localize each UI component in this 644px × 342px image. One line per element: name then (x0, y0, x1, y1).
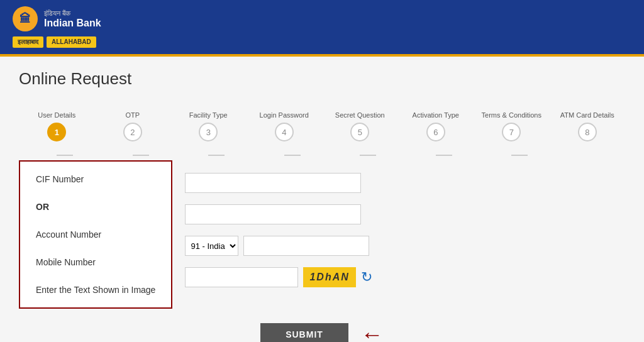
step-label-5: Secret Question (335, 101, 385, 119)
arrow-icon: ← (361, 321, 384, 342)
bank-name-container: इंडियन बैंक Indian Bank (44, 9, 101, 29)
step-3: Facility Type3 (170, 101, 247, 141)
step-label-8: ATM Card Details (560, 101, 614, 119)
step-6: Activation Type6 (398, 101, 474, 141)
step-circle-1[interactable]: 1 (47, 123, 66, 141)
mobile-row: 91 - India (185, 236, 625, 256)
page-title: Online Request (19, 69, 625, 89)
step-label-3: Facility Type (189, 101, 228, 119)
account-label: Account Number (36, 229, 155, 240)
content-area: Online Request User Details1OTP2Facility… (0, 57, 644, 342)
header: 🏛 इंडियन बैंक Indian Bank इलाहाबाद ALLAH… (0, 0, 644, 57)
branch-tab-english[interactable]: ALLAHABAD (47, 36, 96, 48)
mobile-input[interactable] (243, 236, 369, 256)
cif-label: CIF Number (36, 174, 155, 184)
step-line-3 (208, 155, 225, 156)
submit-area: SUBMIT ← (19, 321, 625, 342)
step-circle-5[interactable]: 5 (350, 123, 369, 141)
step-8: ATM Card Details8 (550, 101, 626, 141)
account-row (185, 204, 625, 224)
mobile-label: Mobile Number (36, 257, 155, 267)
bank-logo-icon: 🏛 (13, 6, 38, 31)
header-left: 🏛 इंडियन बैंक Indian Bank इलाहाबाद ALLAH… (13, 6, 101, 48)
branch-tab-hindi[interactable]: इलाहाबाद (13, 36, 43, 48)
step-line-6 (436, 155, 452, 156)
account-input[interactable] (185, 204, 361, 224)
captcha-input[interactable] (185, 267, 298, 287)
step-circle-2[interactable]: 2 (123, 123, 142, 141)
step-1: User Details1 (19, 101, 95, 141)
captcha-label: Enter the Text Shown in Image (36, 285, 155, 295)
step-circle-4[interactable]: 4 (275, 123, 294, 141)
step-line-2 (133, 155, 149, 156)
refresh-icon[interactable]: ↻ (361, 269, 372, 285)
captcha-image: 1DhAN (303, 267, 355, 287)
step-label-6: Activation Type (413, 101, 459, 119)
step-circle-3[interactable]: 3 (199, 123, 218, 141)
step-label-7: Terms & Conditions (482, 101, 541, 119)
step-7: Terms & Conditions7 (474, 101, 550, 141)
step-2: OTP2 (95, 101, 171, 141)
step-line-1 (57, 155, 73, 156)
step-4: Login Password4 (247, 101, 323, 141)
step-line-5 (360, 155, 376, 156)
step-label-2: OTP (125, 101, 140, 119)
steps-container: User Details1OTP2Facility Type3Login Pas… (19, 101, 625, 141)
country-code-select[interactable]: 91 - India (185, 236, 238, 256)
step-label-4: Login Password (260, 101, 309, 119)
step-circle-8[interactable]: 8 (578, 123, 597, 141)
step-line-4 (284, 155, 301, 156)
bank-name-hindi: इंडियन बैंक (44, 9, 101, 18)
step-label-1: User Details (38, 101, 75, 119)
submit-button[interactable]: SUBMIT (260, 323, 348, 342)
step-5: Secret Question5 (322, 101, 398, 141)
captcha-row: 1DhAN ↻ (185, 267, 625, 287)
branch-tabs: इलाहाबाद ALLAHABAD (13, 36, 101, 48)
step-line-7 (511, 155, 528, 156)
form-area: CIF Number OR Account Number Mobile Numb… (19, 160, 625, 309)
step-circle-7[interactable]: 7 (502, 123, 521, 141)
step-circle-6[interactable]: 6 (426, 123, 445, 141)
cif-input[interactable] (185, 173, 361, 193)
form-labels: CIF Number OR Account Number Mobile Numb… (19, 160, 172, 309)
header-top-row: 🏛 इंडियन बैंक Indian Bank (13, 6, 101, 31)
cif-row (185, 173, 625, 193)
form-inputs: 91 - India 1DhAN ↻ (185, 160, 625, 299)
bank-name-english: Indian Bank (44, 18, 101, 29)
or-label: OR (36, 202, 155, 212)
